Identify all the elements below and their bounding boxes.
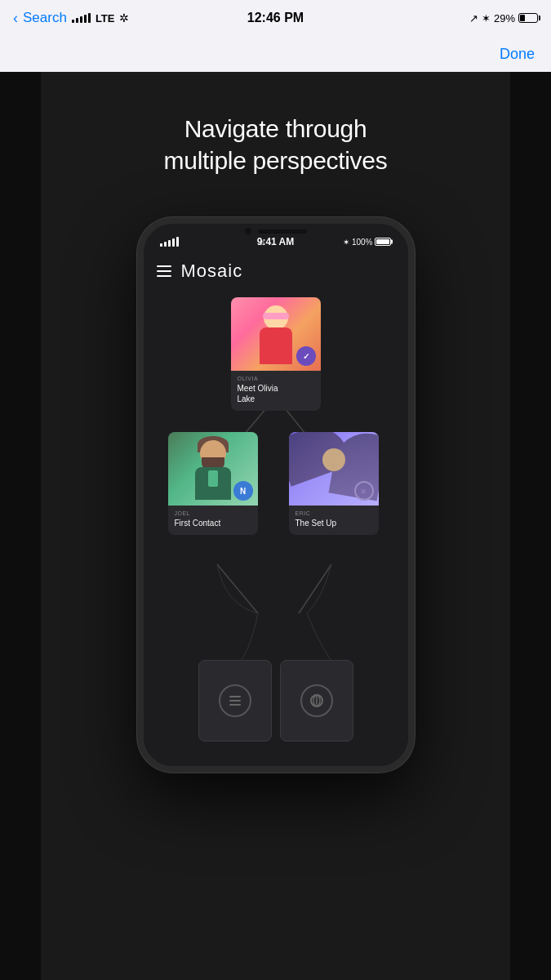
done-button[interactable]: Done (500, 46, 535, 63)
olivia-check-badge: ✓ (296, 346, 316, 366)
phone-signal-icon (160, 237, 179, 247)
page-title: Navigate throughmultiple perspectives (164, 113, 388, 176)
svg-rect-5 (229, 700, 241, 702)
olivia-card[interactable]: ✓ OLIVIA Meet OliviaLake (231, 297, 321, 411)
bluetooth-icon: ✶ (482, 12, 491, 24)
status-bar: ‹ Search LTE ✲ 12:46 PM ↗ ✶ 29% (0, 0, 551, 36)
svg-line-3 (299, 564, 331, 613)
bottom-card-left[interactable] (198, 660, 272, 742)
joel-card-meta: JOEL First Contact (168, 506, 258, 535)
phone-mockup: ⌾ 9:41 AM ✶ 100% Mosaic (137, 217, 415, 773)
phone-app-header: Mosaic (144, 253, 408, 289)
back-arrow-icon[interactable]: ‹ (13, 10, 18, 27)
bottom-cards-row (198, 660, 353, 742)
battery-icon (518, 13, 538, 23)
bottom-card-left-icon (219, 684, 251, 717)
wifi-icon: ✲ (119, 11, 129, 24)
joel-n-badge: N (233, 481, 253, 501)
phone-bluetooth-icon: ✶ (343, 238, 349, 247)
olivia-category: OLIVIA (238, 376, 314, 381)
eric-card[interactable]: ≡ ERIC The Set Up (289, 432, 379, 535)
status-left: ‹ Search LTE ✲ (13, 10, 129, 27)
status-time: 12:46 PM (247, 11, 304, 25)
side-shadow-right (510, 72, 551, 980)
phone-status-bar: ⌾ 9:41 AM ✶ 100% (144, 230, 408, 253)
phone-battery-percent: 100% (352, 238, 373, 247)
svg-line-2 (217, 564, 258, 613)
phone-status-right: ✶ 100% (343, 238, 392, 247)
bottom-card-right-icon (300, 684, 333, 717)
phone-content: ✓ OLIVIA Meet OliviaLake (144, 289, 408, 766)
svg-rect-6 (229, 704, 241, 706)
phone-battery-icon (375, 238, 391, 246)
joel-card[interactable]: N JOEL First Contact (168, 432, 258, 535)
olivia-card-meta: OLIVIA Meet OliviaLake (231, 371, 321, 411)
svg-rect-4 (229, 696, 241, 697)
joel-title: First Contact (175, 518, 251, 528)
eric-bars-badge: ≡ (354, 481, 374, 501)
phone-notch (144, 224, 408, 230)
side-shadow-left (0, 72, 41, 980)
eric-card-image: ≡ (289, 432, 379, 506)
bottom-card-right[interactable] (280, 660, 353, 742)
phone-time: 9:41 AM (257, 236, 295, 247)
search-link[interactable]: Search (23, 10, 67, 26)
eric-category: ERIC (295, 510, 372, 516)
eric-title: The Set Up (295, 518, 372, 528)
location-icon: ↗ (469, 12, 478, 24)
battery-percent: 29% (494, 12, 515, 24)
status-right: ↗ ✶ 29% (469, 12, 538, 24)
olivia-title: Meet OliviaLake (238, 383, 314, 404)
phone-camera (245, 228, 251, 234)
signal-icon (72, 13, 91, 23)
phone-speaker (258, 229, 307, 234)
olivia-card-image: ✓ (231, 297, 321, 371)
eric-card-meta: ERIC The Set Up (289, 506, 379, 535)
main-content: Navigate throughmultiple perspectives ⌾ … (0, 72, 551, 980)
joel-card-image: N (168, 432, 258, 506)
joel-category: JOEL (175, 510, 251, 516)
hamburger-icon[interactable] (157, 265, 171, 277)
app-name: Mosaic (181, 261, 243, 282)
done-row: Done (0, 36, 551, 72)
network-type: LTE (96, 12, 115, 24)
